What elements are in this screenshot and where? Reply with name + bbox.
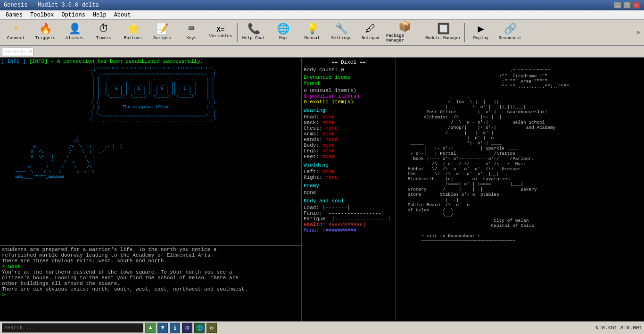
info-button[interactable]: ℹ bbox=[170, 323, 180, 333]
variables-label: Variables bbox=[209, 34, 232, 39]
module-manager-icon: 🔲 bbox=[437, 25, 450, 35]
replay-label: Replay bbox=[473, 36, 488, 41]
package-manager-button[interactable]: 📦 Package Manager bbox=[386, 21, 423, 44]
triggers-icon: 🔥 bbox=[39, 25, 52, 35]
aliases-button[interactable]: 👤 Aliases bbox=[60, 21, 89, 44]
maximize-button[interactable]: □ bbox=[623, 2, 631, 8]
info-line: [ INFO ] [INFO] - A connection has been … bbox=[1, 58, 300, 64]
toolbar-expand[interactable]: » bbox=[635, 29, 642, 36]
buttons-button[interactable]: ⭐ Buttons bbox=[119, 21, 147, 44]
help-chat-button[interactable]: 📞 Help Chat bbox=[239, 21, 268, 44]
right-panel: == Dixel == Body count: 0 Enchanted item… bbox=[302, 58, 644, 321]
world-button[interactable]: 🌐 bbox=[194, 323, 205, 333]
timers-button[interactable]: ⏱ Timers bbox=[90, 21, 118, 44]
body-soul-section: Body and soul Load: |-------| Panic: |--… bbox=[304, 198, 394, 233]
settings-button[interactable]: 🔧 Settings bbox=[327, 21, 355, 44]
menu-games[interactable]: Games bbox=[2, 11, 26, 19]
module-manager-button[interactable]: 🔲 Module Manager bbox=[424, 21, 462, 44]
variables-icon: X= bbox=[217, 26, 225, 33]
panic-row: Panic: |-----------------| bbox=[304, 210, 394, 216]
notepad-icon: 🖊 bbox=[365, 25, 376, 35]
head-row: Head: none bbox=[304, 114, 394, 120]
connect-icon: ⚡ bbox=[13, 25, 19, 35]
gear-button[interactable]: ⚙ bbox=[206, 323, 217, 333]
variables-button[interactable]: X= Variables bbox=[206, 21, 235, 44]
arms-label: Arms: bbox=[304, 131, 319, 137]
manual-label: Manual bbox=[305, 36, 320, 41]
wielding-title: Wielding bbox=[304, 162, 394, 168]
legs-value: none bbox=[322, 148, 335, 154]
connect-button[interactable]: ⚡ Connect bbox=[2, 21, 30, 44]
scripts-icon: 📝 bbox=[156, 25, 169, 35]
notepad-button[interactable]: 🖊 Notepad bbox=[356, 21, 385, 44]
left-label: Left: bbox=[304, 169, 319, 175]
mana-bar: |##########| bbox=[322, 227, 360, 233]
keys-button[interactable]: ⌨ Keys bbox=[177, 21, 206, 44]
profile-dropdown[interactable]: Genesis ▼ bbox=[2, 48, 34, 56]
health-bar: ###########| bbox=[329, 222, 366, 227]
triggers-button[interactable]: 🔥 Triggers bbox=[31, 21, 59, 44]
scripts-button[interactable]: 📝 Scripts bbox=[148, 21, 176, 44]
manual-button[interactable]: 💡 Manual bbox=[298, 21, 326, 44]
close-button[interactable]: ✕ bbox=[633, 2, 640, 8]
mana-row: Mana: |##########| bbox=[304, 227, 394, 233]
connect-label: Connect bbox=[7, 36, 25, 41]
body-value: none bbox=[322, 142, 335, 148]
manual-icon: 💡 bbox=[306, 25, 319, 35]
menu-options[interactable]: Options bbox=[58, 11, 89, 19]
map-button[interactable]: 🌐 Map bbox=[269, 21, 297, 44]
wielding-section: Wielding Left: none Right: none bbox=[304, 162, 394, 180]
feet-label: Feet: bbox=[304, 154, 319, 159]
replay-button[interactable]: ▶ Replay bbox=[467, 21, 495, 44]
minimize-button[interactable]: _ bbox=[614, 2, 621, 8]
keys-icon: ⌨ bbox=[188, 25, 194, 35]
reconnect-label: Reconnect bbox=[499, 36, 522, 41]
scroll-text-1: students are prepared for a warrior's li… bbox=[2, 247, 299, 252]
profilebar: Genesis ▼ bbox=[0, 46, 644, 58]
main-content: [ INFO ] [INFO] - A connection has been … bbox=[0, 58, 644, 321]
command-west: > west bbox=[2, 264, 299, 269]
titlebar: Genesis - Mudlet 3.0.0-delta _ □ ✕ bbox=[0, 0, 644, 10]
unusual-items: 0 unusual item(s) bbox=[304, 88, 394, 93]
toolbar-separator-2 bbox=[464, 23, 465, 42]
scroll-up-button[interactable]: ▲ bbox=[145, 323, 156, 333]
replay-icon: ▶ bbox=[478, 25, 484, 35]
wearing-section: Wearing Head: none Neck: none Chest: non… bbox=[304, 108, 394, 159]
head-label: Head: bbox=[304, 114, 319, 120]
aliases-label: Aliases bbox=[66, 36, 83, 41]
menu-help[interactable]: Help bbox=[89, 11, 110, 19]
legs-row: Legs: none bbox=[304, 148, 394, 154]
coordinates-display: N:0.451 S:0.001 bbox=[595, 325, 642, 331]
enemy-section: Enemy none bbox=[304, 183, 394, 195]
left-value: none bbox=[322, 169, 335, 175]
reconnect-button[interactable]: 🔗 Reconnect bbox=[496, 21, 524, 44]
map-icon: 🌐 bbox=[277, 25, 289, 35]
fatigue-bar: |-----------------| bbox=[331, 216, 390, 222]
panic-label: Panic: bbox=[304, 210, 322, 216]
profile-name: Genesis bbox=[4, 49, 26, 55]
peculiar-items: 0 peculiar item(s) bbox=[304, 93, 394, 99]
right-row: Right: none bbox=[304, 175, 394, 180]
map-label: Map bbox=[279, 36, 287, 41]
wearing-title: Wearing bbox=[304, 108, 394, 113]
body-soul-title: Body and soul bbox=[304, 198, 394, 204]
hands-row: Hands: none bbox=[304, 137, 394, 142]
settings-label: Settings bbox=[331, 36, 351, 41]
toolbar: ⚡ Connect 🔥 Triggers 👤 Aliases ⏱ Timers … bbox=[0, 20, 644, 46]
scroll-text-6: other buildings all around the square. bbox=[2, 281, 299, 286]
load-row: Load: |-------| bbox=[304, 205, 394, 210]
menu-about[interactable]: About bbox=[110, 11, 135, 19]
mana-label: Mana: bbox=[304, 227, 319, 233]
statusbar: ▲ ▼ ℹ ⊞ 🌐 ⚙ N:0.451 S:0.001 bbox=[0, 321, 644, 334]
map-text: :"""""""""""""" :""" Firedrome :"" :""""… bbox=[397, 69, 643, 244]
keys-label: Keys bbox=[186, 36, 197, 41]
buttons-label: Buttons bbox=[124, 36, 142, 41]
screenshot-button[interactable]: ⊞ bbox=[182, 323, 192, 333]
scroll-text-3: There are three obvious exits: west, sou… bbox=[2, 258, 299, 264]
search-input[interactable] bbox=[2, 323, 143, 333]
scroll-down-button[interactable]: ▼ bbox=[157, 323, 168, 333]
enemy-title: Enemy bbox=[304, 183, 394, 189]
menu-toolbox[interactable]: Toolbox bbox=[26, 11, 58, 19]
arms-row: Arms: none bbox=[304, 131, 394, 137]
menubar: Games Toolbox Options Help About bbox=[0, 10, 644, 20]
